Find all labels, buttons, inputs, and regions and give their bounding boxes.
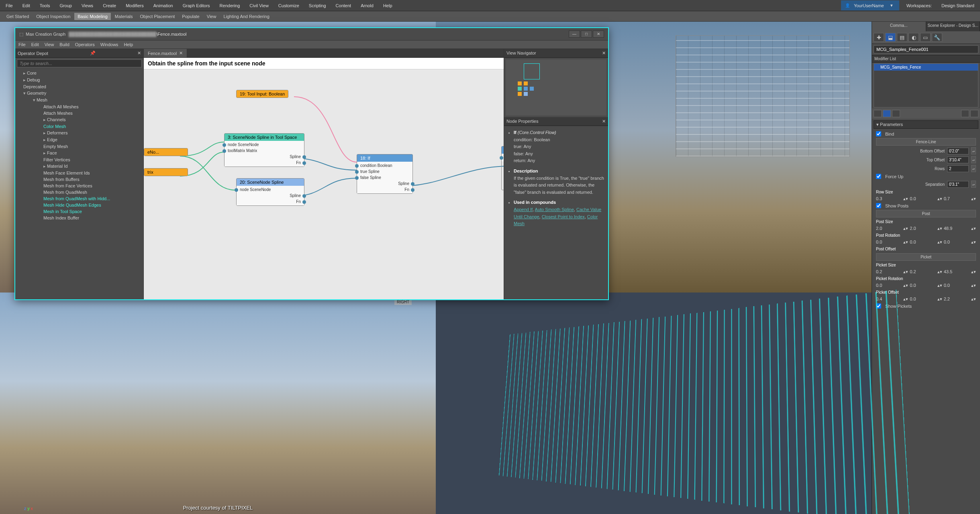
postrot-y[interactable]: 0.0	[910, 240, 935, 245]
mcg-window[interactable]: ⬚ Max Creation Graph ███████████████████…	[14, 27, 609, 300]
picketrot-z[interactable]: 0.0	[944, 283, 970, 288]
tree-item[interactable]: Core	[15, 70, 143, 77]
spinner-buttons[interactable]: ▴▾	[903, 240, 908, 245]
spinner-buttons[interactable]: ▴▾	[971, 269, 976, 274]
spinner-buttons[interactable]: ▴▾	[937, 283, 942, 288]
node-if[interactable]: 18: If condition Boolean true Spline fal…	[357, 154, 413, 194]
command-tab[interactable]: Comma...	[872, 22, 926, 31]
operator-tree[interactable]: CoreDebugDeprecatedGeometryMeshAttach Al…	[15, 69, 143, 299]
node-stub[interactable]: eNo...	[144, 148, 188, 156]
rollout-header[interactable]: ▾ Parameters	[874, 120, 978, 129]
bottom-offset-spinner[interactable]: 0'2.0"	[947, 148, 969, 154]
toolbar-tab[interactable]: Object Placement	[137, 13, 178, 20]
node-port[interactable]: node SceneNode	[237, 187, 304, 193]
compound-link[interactable]: Append If	[514, 207, 533, 212]
picketoff-z[interactable]: 2.2	[944, 297, 970, 302]
spinner-buttons[interactable]: ▴▾	[971, 181, 976, 188]
node-scenenode-spline-toolspace[interactable]: 3: SceneNode Spline in Tool Space node S…	[224, 133, 304, 167]
postrot-x[interactable]: 0.0	[876, 240, 902, 245]
hierarchy-icon[interactable]: ▤	[897, 33, 907, 42]
fence-line-button[interactable]: Fence-Line	[876, 138, 976, 146]
spinner-buttons[interactable]: ▴▾	[971, 283, 976, 288]
menu-item[interactable]: Scripting	[306, 2, 329, 9]
separation-spinner[interactable]: 0'3.1"	[947, 181, 969, 188]
forceup-checkbox[interactable]	[876, 174, 881, 179]
depot-pin-icon[interactable]: 📌	[90, 51, 96, 56]
user-account-button[interactable]: YourUserName▾	[841, 0, 899, 10]
node-canvas[interactable]: Obtain the spline from the input scene n…	[144, 58, 504, 299]
workspace-selector[interactable]: Design Standard	[939, 2, 977, 9]
toolbar-tab[interactable]: Populate	[179, 13, 202, 20]
spinner-buttons[interactable]: ▴▾	[937, 196, 942, 201]
node-port[interactable]: Fn	[225, 160, 304, 166]
picket-button[interactable]: Picket	[876, 253, 976, 261]
menu-item[interactable]: Views	[79, 2, 96, 9]
node-port[interactable]: node SceneNode	[225, 142, 304, 148]
menu-item[interactable]: Create	[100, 2, 118, 9]
document-tab[interactable]: Fence.maxtool✕	[144, 49, 187, 57]
compound-link[interactable]: Auto Smooth Spline	[535, 207, 574, 212]
compound-link[interactable]: Closest Point to Index	[542, 214, 585, 219]
picketrot-y[interactable]: 0.0	[910, 283, 935, 288]
tree-item[interactable]: Color Mesh	[15, 123, 143, 130]
maximize-button[interactable]: □	[581, 30, 592, 38]
tree-item[interactable]: Mesh from Buffers	[15, 176, 143, 183]
node-tool-input[interactable]: 19: Tool Input: Boolean	[236, 90, 288, 98]
display-icon[interactable]: ▭	[920, 33, 931, 42]
node-port[interactable]: false Spline	[357, 175, 412, 181]
rows-spinner[interactable]: 2	[947, 165, 969, 172]
node-port[interactable]: Fn	[357, 187, 412, 193]
tree-item[interactable]: Edge	[15, 136, 143, 143]
viewport-bottom-right[interactable]	[436, 293, 872, 514]
depot-close-icon[interactable]: ✕	[137, 51, 141, 56]
tree-item[interactable]: Mesh from Face Vertices	[15, 183, 143, 189]
show-end-result-icon[interactable]	[883, 110, 891, 117]
mcg-menu-item[interactable]: Help	[124, 42, 133, 47]
spinner-buttons[interactable]: ▴▾	[971, 156, 976, 163]
object-name-field[interactable]	[874, 45, 978, 53]
remove-modifier-icon[interactable]	[961, 110, 969, 117]
spinner-buttons[interactable]: ▴▾	[937, 240, 942, 245]
toolbar-tab[interactable]: Object Inspection	[33, 13, 74, 20]
tree-item[interactable]: Mesh Hide QuadMesh Edges	[15, 202, 143, 208]
modifier-list-label[interactable]: Modifier List	[872, 55, 980, 63]
viewport-bottom-left[interactable]: RIGHT Project courtesy of TILTPIXEL z y …	[0, 293, 436, 514]
post-button[interactable]: Post	[876, 210, 976, 217]
spinner-buttons[interactable]: ▴▾	[903, 283, 908, 288]
create-icon[interactable]: ✚	[874, 33, 884, 42]
toolbar-tab[interactable]: Materials	[112, 13, 136, 20]
tree-item[interactable]: Debug	[15, 77, 143, 83]
menu-item[interactable]: Edit	[20, 2, 33, 9]
toolbar-tab[interactable]: View	[204, 13, 220, 20]
rowsize-z[interactable]: 0.7	[944, 196, 970, 201]
mcg-menu-item[interactable]: Build	[59, 42, 69, 47]
spinner-buttons[interactable]: ▴▾	[903, 196, 908, 201]
menu-item[interactable]: Modifiers	[123, 2, 146, 9]
picketoff-y[interactable]: 0.0	[910, 297, 935, 302]
configure-icon[interactable]	[970, 110, 978, 117]
tree-item[interactable]: Mesh Face Element Ids	[15, 170, 143, 176]
motion-icon[interactable]: ◐	[909, 33, 919, 42]
node-port[interactable]: toolMatrix Matrix	[225, 148, 304, 154]
mcg-menu-item[interactable]: Windows	[100, 42, 118, 47]
utilities-icon[interactable]: 🔧	[932, 33, 942, 42]
menu-item[interactable]: Civil View	[247, 2, 271, 9]
top-offset-spinner[interactable]: 3'10.4"	[947, 156, 969, 163]
mcg-titlebar[interactable]: ⬚ Max Creation Graph ███████████████████…	[15, 28, 608, 41]
menu-item[interactable]: Animation	[151, 2, 176, 9]
node-scenenode-spline[interactable]: 20: SceneNode Spline node SceneNode Spli…	[236, 178, 304, 206]
modify-icon[interactable]: ⬓	[885, 33, 896, 42]
make-unique-icon[interactable]	[892, 110, 900, 117]
spinner-buttons[interactable]: ▴▾	[903, 269, 908, 274]
tree-item[interactable]: Mesh from QuadMesh	[15, 189, 143, 195]
spinner-buttons[interactable]: ▴▾	[903, 226, 908, 231]
depot-search-input[interactable]: Type to search...	[17, 59, 142, 67]
tree-item[interactable]: Mesh Index Buffer	[15, 215, 143, 221]
view-navigator[interactable]	[506, 59, 606, 116]
rowsize-y[interactable]: 0.0	[910, 196, 935, 201]
menu-item[interactable]: Rendering	[217, 2, 243, 9]
minimize-button[interactable]: —	[569, 30, 580, 38]
spinner-buttons[interactable]: ▴▾	[903, 297, 908, 302]
spinner-buttons[interactable]: ▴▾	[937, 269, 942, 274]
mcg-menu-item[interactable]: View	[45, 42, 54, 47]
